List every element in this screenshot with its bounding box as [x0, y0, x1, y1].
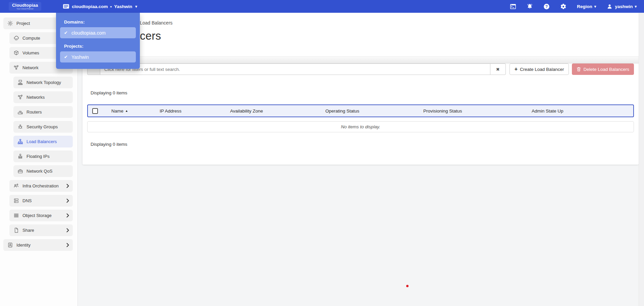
- domains-list: ✔cloudtopiaa.com: [60, 27, 136, 38]
- cube-icon: [13, 50, 19, 56]
- sidebar-item-networks[interactable]: Networks: [13, 91, 73, 103]
- sidebar-item-label: Load Balancers: [26, 139, 69, 144]
- sidebar-item-label: Object Storage: [22, 213, 66, 218]
- sidebar-item-label: Identity: [16, 243, 66, 248]
- loadbalancer-icon: [17, 139, 23, 144]
- sidebar-item-label: DNS: [22, 198, 66, 203]
- sidebar-item-floating-ips[interactable]: Floating IPs: [13, 150, 73, 162]
- table-empty-row: No items to display.: [87, 121, 634, 132]
- column-label: Provisioning Status: [423, 108, 462, 114]
- red-dot-marker: [406, 285, 409, 287]
- floatingip-icon: [17, 154, 23, 159]
- chevron-right-icon: [66, 228, 69, 232]
- scrollbar-track[interactable]: [639, 13, 644, 306]
- network-icon: [13, 65, 19, 71]
- brand-name: Cloudtopiaa: [12, 3, 38, 8]
- sidebar-item-security-groups[interactable]: Security Groups: [13, 121, 73, 133]
- clear-icon: ✖: [496, 67, 500, 72]
- delete-button-label: Delete Load Balancers: [583, 67, 629, 72]
- load-balancers-panel: Load Balancers Load Balancers ✖ + Create…: [83, 13, 639, 165]
- sidebar-item-label: Network Topology: [26, 80, 69, 85]
- navbar-right: ? Region ▾ yashwin ▾: [510, 3, 644, 10]
- settings-button[interactable]: [560, 3, 567, 10]
- clear-filter-button[interactable]: ✖: [490, 63, 506, 75]
- main-content: Load Balancers Load Balancers ✖ + Create…: [78, 13, 644, 306]
- top-navbar: Cloudtopiaa Your Cloud Partner cloudtopi…: [0, 0, 644, 13]
- sidebar-item-network-topology[interactable]: Network Topology: [13, 77, 73, 88]
- chevron-down-icon: ▾: [594, 4, 596, 9]
- people-icon: [13, 183, 19, 189]
- console-button[interactable]: [510, 3, 517, 10]
- select-all-cell: [88, 108, 107, 114]
- sidebar-item-routers[interactable]: Routers: [13, 106, 73, 118]
- domain-switcher-icon: [63, 3, 69, 10]
- column-header-provisioning-status[interactable]: Provisioning Status: [419, 108, 527, 114]
- sidebar-item-object-storage[interactable]: Object Storage: [9, 210, 73, 221]
- file-icon: [13, 227, 19, 233]
- sidebar-item-dns[interactable]: DNS: [9, 195, 73, 207]
- sidebar-item-label: Networks: [26, 95, 69, 100]
- select-all-checkbox[interactable]: [92, 108, 98, 114]
- chevron-right-icon: [66, 243, 69, 247]
- user-icon: [606, 3, 613, 10]
- context-switcher[interactable]: cloudtopiaa.com • Yashwin ▾: [63, 3, 137, 10]
- project-option-label: Yashwin: [71, 54, 89, 60]
- domain-option-cloudtopiaa-com[interactable]: ✔cloudtopiaa.com: [60, 27, 136, 38]
- filter-input-group: ✖: [87, 63, 506, 75]
- svg-text:?: ?: [545, 4, 548, 9]
- breadcrumb: Load Balancers: [83, 20, 639, 26]
- servers-icon: [13, 198, 19, 204]
- brand-tagline: Your Cloud Partner: [12, 8, 38, 10]
- sidebar-item-label: Share: [22, 228, 66, 233]
- check-icon: ✔: [64, 54, 68, 59]
- page-title: Load Balancers: [83, 29, 639, 43]
- region-label: Region: [577, 4, 592, 9]
- delete-load-balancers-button[interactable]: Delete Load Balancers: [572, 63, 634, 75]
- user-menu[interactable]: yashwin ▾: [606, 3, 637, 10]
- brand-logo[interactable]: Cloudtopiaa Your Cloud Partner: [9, 2, 41, 11]
- terminal-icon: [510, 4, 516, 9]
- sidebar-item-infra-orchestration[interactable]: Infra Orchestration: [9, 180, 73, 192]
- column-header-name[interactable]: Name▲: [107, 108, 155, 114]
- sidebar-item-label: Floating IPs: [26, 154, 69, 159]
- column-header-ip-address[interactable]: IP Address: [155, 108, 226, 114]
- sidebar-item-label: Routers: [26, 110, 69, 115]
- help-button[interactable]: ?: [543, 3, 550, 10]
- toolbar-strip: [83, 56, 639, 63]
- chevron-right-icon: [66, 184, 69, 188]
- chevron-right-icon: [66, 199, 69, 203]
- sidebar-item-label: Network QoS: [26, 169, 69, 174]
- projects-header: Projects:: [64, 44, 136, 49]
- topology-icon: [17, 80, 23, 85]
- project-option-yashwin[interactable]: ✔Yashwin: [60, 51, 136, 62]
- create-load-balancer-button[interactable]: + Create Load Balancer: [509, 63, 569, 75]
- gear-icon: [7, 20, 13, 26]
- notifications-button[interactable]: [527, 3, 533, 10]
- domain-option-label: cloudtopiaa.com: [71, 30, 106, 36]
- items-count-bottom: Displaying 0 items: [91, 142, 639, 147]
- sidebar-item-share[interactable]: Share: [9, 224, 73, 236]
- column-label: Admin State Up: [532, 108, 564, 114]
- sidebar-item-identity[interactable]: Identity: [3, 239, 73, 251]
- items-count-top: Displaying 0 items: [91, 90, 639, 96]
- context-project-label: Yashwin: [114, 4, 132, 9]
- projects-list: ✔Yashwin: [60, 51, 136, 62]
- column-header-operating-status[interactable]: Operating Status: [321, 108, 419, 114]
- trash-icon: [577, 67, 581, 72]
- column-label: Operating Status: [325, 108, 359, 114]
- column-header-availability-zone[interactable]: Availability Zone: [226, 108, 321, 114]
- sidebar-item-network-qos[interactable]: Network QoS: [13, 165, 73, 177]
- column-label: Name: [111, 108, 123, 114]
- empty-message: No items to display.: [341, 124, 380, 129]
- plus-icon: +: [515, 66, 518, 72]
- column-header-admin-state-up[interactable]: Admin State Up: [527, 108, 633, 114]
- help-icon: ?: [543, 3, 550, 10]
- chevron-right-icon: [66, 213, 69, 218]
- sidebar-item-load-balancers[interactable]: Load Balancers: [13, 136, 73, 147]
- column-label: Availability Zone: [230, 108, 263, 114]
- sidebar-item-label: Infra Orchestration: [22, 183, 66, 188]
- sort-asc-icon: ▲: [125, 109, 128, 113]
- region-dropdown[interactable]: Region ▾: [577, 4, 596, 9]
- context-domain-label: cloudtopiaa.com: [72, 4, 108, 9]
- filter-input[interactable]: [100, 63, 490, 75]
